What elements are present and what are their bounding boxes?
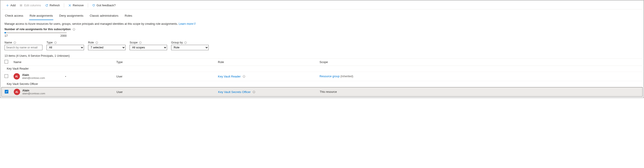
remove-button[interactable]: Remove <box>67 3 85 8</box>
heart-icon <box>92 4 95 7</box>
info-icon[interactable] <box>252 90 256 93</box>
feedback-label: Got feedback? <box>97 3 116 7</box>
tab-bar: Check access Role assignments Deny assig… <box>1 9 643 20</box>
groupby-filter[interactable]: Role <box>171 45 209 50</box>
filter-groupby-label: Group by <box>171 41 183 44</box>
info-icon[interactable] <box>184 41 187 44</box>
col-role[interactable]: Role <box>218 60 320 64</box>
scope-suffix: (Inherited) <box>340 75 353 78</box>
feedback-button[interactable]: Got feedback? <box>91 3 117 8</box>
remove-label: Remove <box>73 3 84 7</box>
info-icon[interactable] <box>139 41 142 44</box>
svg-rect-4 <box>21 5 22 5</box>
table-row[interactable]: AL Alain alain@contoso.com User Key Vaul… <box>1 72 643 81</box>
info-icon[interactable] <box>95 41 98 44</box>
tab-classic-administrators[interactable]: Classic administrators <box>89 13 119 20</box>
group-header: Key Vault Secrets Officer <box>1 81 643 87</box>
close-icon <box>68 4 71 7</box>
refresh-icon <box>45 4 48 7</box>
tab-role-assignments[interactable]: Role assignments <box>29 13 53 20</box>
tab-check-access[interactable]: Check access <box>4 13 24 20</box>
svg-rect-0 <box>20 4 21 5</box>
quota-label: Number of role assignments for this subs… <box>4 28 71 31</box>
tab-deny-assignments[interactable]: Deny assignments <box>59 13 84 20</box>
table-row[interactable]: AL Alain alain@contoso.com User Key Vaul… <box>1 87 643 97</box>
columns-icon <box>20 4 23 7</box>
quota-fill <box>4 32 6 33</box>
scope-text: This resource <box>320 90 639 93</box>
refresh-button[interactable]: Refresh <box>44 3 62 8</box>
edit-columns-button: Edit columns <box>18 3 42 8</box>
avatar: AL <box>14 73 20 80</box>
svg-rect-5 <box>21 6 22 6</box>
info-icon[interactable] <box>54 41 57 44</box>
items-summary: 13 items (4 Users, 8 Service Principals,… <box>1 52 643 58</box>
search-input[interactable] <box>4 45 42 50</box>
external-link-icon <box>194 22 196 25</box>
scope-link[interactable]: Resource group <box>320 75 340 78</box>
avatar: AL <box>14 89 20 95</box>
filter-type-label: Type <box>46 41 52 44</box>
quota-section: Number of role assignments for this subs… <box>1 26 643 39</box>
tab-roles[interactable]: Roles <box>124 13 132 20</box>
user-name: Alain <box>22 89 45 92</box>
row-checkbox[interactable] <box>5 90 8 93</box>
scope-filter[interactable]: All scopes <box>130 45 167 50</box>
info-icon[interactable] <box>72 28 76 31</box>
filter-name-label: Name <box>4 41 12 44</box>
filter-row: Name Type All Role 7 selected Scope All … <box>1 39 643 52</box>
quota-bar <box>4 32 66 33</box>
col-name[interactable]: Name <box>14 60 116 64</box>
type-cell: User <box>116 90 218 94</box>
quota-current: 17 <box>4 34 8 37</box>
edit-columns-label: Edit columns <box>24 3 41 7</box>
col-type[interactable]: Type <box>116 60 218 64</box>
user-email: alain@contoso.com <box>22 92 45 95</box>
type-cell: User <box>116 75 218 78</box>
plus-icon <box>6 4 9 7</box>
command-bar: Add Edit columns Refresh Remove Got feed… <box>1 1 643 9</box>
svg-rect-1 <box>20 5 21 5</box>
table-header: Name Type Role Scope <box>1 58 643 66</box>
user-email: alain@contoso.com <box>22 77 45 79</box>
check-icon <box>5 90 8 93</box>
user-name: Alain <box>22 74 45 77</box>
role-link[interactable]: Key Vault Reader <box>218 75 241 78</box>
refresh-label: Refresh <box>50 3 60 7</box>
info-icon[interactable] <box>13 41 16 44</box>
info-icon[interactable] <box>242 75 246 78</box>
add-label: Add <box>10 3 16 7</box>
col-scope[interactable]: Scope <box>320 60 640 64</box>
description-text: Manage access to Azure resources for use… <box>1 20 643 26</box>
indicator-dot <box>65 76 66 77</box>
select-all-checkbox[interactable] <box>4 60 8 64</box>
separator <box>64 3 64 7</box>
role-filter[interactable]: 7 selected <box>88 45 126 50</box>
filter-role-label: Role <box>88 41 94 44</box>
role-link[interactable]: Key Vault Secrets Officer <box>218 90 251 94</box>
learn-more-link[interactable]: Learn more <box>178 22 196 25</box>
svg-rect-3 <box>21 4 22 5</box>
separator <box>88 3 88 7</box>
svg-rect-2 <box>20 6 21 6</box>
type-filter[interactable]: All <box>46 45 84 50</box>
group-header: Key Vault Reader <box>1 66 643 72</box>
role-assignments-table: Name Type Role Scope Key Vault Reader AL… <box>1 58 643 97</box>
quota-max: 2000 <box>60 34 66 37</box>
row-checkbox[interactable] <box>4 74 8 78</box>
add-button[interactable]: Add <box>4 3 17 8</box>
filter-scope-label: Scope <box>130 41 138 44</box>
